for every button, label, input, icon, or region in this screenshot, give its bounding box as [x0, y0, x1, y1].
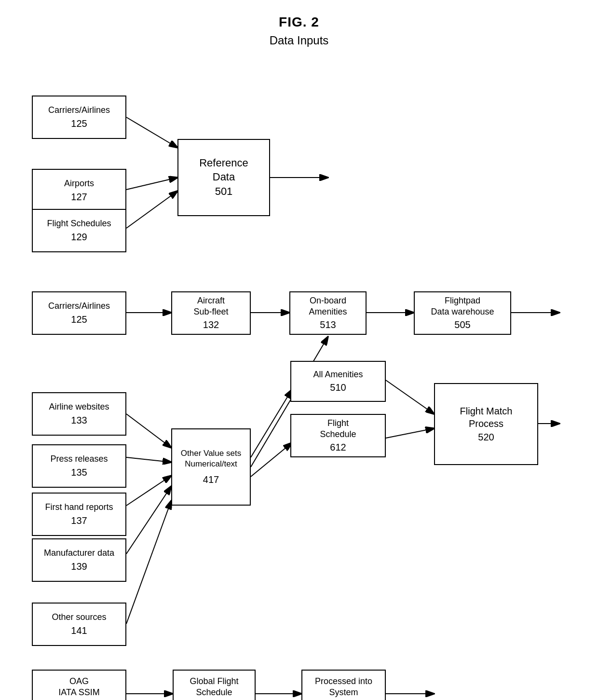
box-num: 132	[203, 318, 219, 331]
box-label: Processed intoSystem	[315, 676, 372, 699]
box-label: Press releases	[50, 453, 108, 465]
box-label: FlightpadData warehouse	[431, 295, 494, 318]
box-num: 135	[71, 466, 87, 479]
svg-line-13	[126, 414, 171, 448]
svg-line-18	[251, 390, 292, 457]
box-num: 513	[320, 318, 336, 331]
svg-line-1	[126, 117, 177, 148]
svg-line-14	[126, 457, 171, 462]
page-subtitle: Data Inputs	[0, 34, 598, 47]
box-num: 505	[454, 318, 470, 331]
svg-line-11	[386, 428, 434, 438]
box-flight-schedule-612a: FlightSchedule 612	[290, 414, 386, 457]
box-label: Carriers/Airlines	[48, 105, 110, 116]
svg-line-17	[126, 501, 171, 624]
svg-line-16	[126, 486, 171, 554]
box-onboard-amenities-513: On-boardAmenities 513	[289, 291, 367, 335]
box-global-flight-schedule-612: Global FlightSchedule 612	[173, 670, 256, 700]
box-num: 139	[71, 560, 87, 573]
box-label: ReferenceData	[199, 156, 248, 184]
box-aircraft-subfleet-132: AircraftSub-fleet 132	[171, 291, 251, 335]
box-num: 133	[71, 414, 87, 426]
diagram: Carriers/Airlines 125 Airports 127 Fligh…	[0, 62, 598, 700]
svg-line-2	[126, 178, 177, 190]
box-num: 141	[71, 624, 87, 637]
box-oag-iata-610: OAGIATA SSIM 610	[32, 670, 126, 700]
box-other-value-sets-417: Other Value setsNumerical/text 417	[171, 428, 251, 506]
box-carriers-airlines-125b: Carriers/Airlines 125	[32, 291, 126, 335]
box-label: Flight Schedules	[47, 218, 111, 229]
box-airline-websites-133: Airline websites 133	[32, 392, 126, 436]
box-label: Flight MatchProcess	[460, 405, 513, 430]
box-carriers-airlines-125: Carriers/Airlines 125	[32, 96, 126, 139]
box-press-releases-135: Press releases 135	[32, 444, 126, 488]
box-num: 501	[215, 185, 233, 199]
box-num: 129	[71, 231, 87, 243]
box-num: 127	[71, 191, 87, 203]
box-num: 612	[330, 441, 346, 453]
box-label: OAGIATA SSIM	[58, 676, 99, 699]
box-num: 510	[330, 381, 346, 394]
box-flightpad-dw-505: FlightpadData warehouse 505	[414, 291, 511, 335]
box-reference-data-501: ReferenceData 501	[177, 139, 270, 216]
box-label: Global FlightSchedule	[190, 676, 238, 699]
svg-line-15	[126, 476, 171, 506]
box-flight-schedules-129: Flight Schedules 129	[32, 209, 126, 252]
box-processed-into-system-613: Processed intoSystem 613	[301, 670, 386, 700]
box-label: Manufacturer data	[44, 548, 114, 559]
box-flight-match-520: Flight MatchProcess 520	[434, 383, 538, 465]
box-label: Airports	[64, 178, 94, 189]
box-num: 417	[203, 473, 219, 486]
box-other-sources-141: Other sources 141	[32, 603, 126, 646]
box-num: 125	[71, 117, 87, 130]
box-label: Airline websites	[49, 401, 109, 412]
box-label: Other Value setsNumerical/text	[181, 448, 241, 469]
box-all-amenities-510: All Amenities 510	[290, 361, 386, 402]
svg-line-3	[126, 191, 177, 228]
svg-line-10	[386, 380, 434, 414]
box-label: AircraftSub-fleet	[193, 295, 228, 318]
box-label: On-boardAmenities	[309, 295, 347, 318]
box-label: Carriers/Airlines	[48, 301, 110, 312]
box-num: 125	[71, 313, 87, 326]
box-label: First hand reports	[45, 502, 113, 513]
box-label: Other sources	[52, 612, 106, 623]
box-manufacturer-data-139: Manufacturer data 139	[32, 538, 126, 582]
box-label: FlightSchedule	[320, 418, 356, 440]
box-airports-127: Airports 127	[32, 169, 126, 212]
page-title: FIG. 2	[0, 0, 598, 30]
box-label: All Amenities	[313, 369, 363, 380]
box-num: 137	[71, 514, 87, 527]
svg-line-19	[251, 443, 292, 477]
box-num: 520	[478, 431, 494, 443]
box-firsthand-reports-137: First hand reports 137	[32, 493, 126, 536]
